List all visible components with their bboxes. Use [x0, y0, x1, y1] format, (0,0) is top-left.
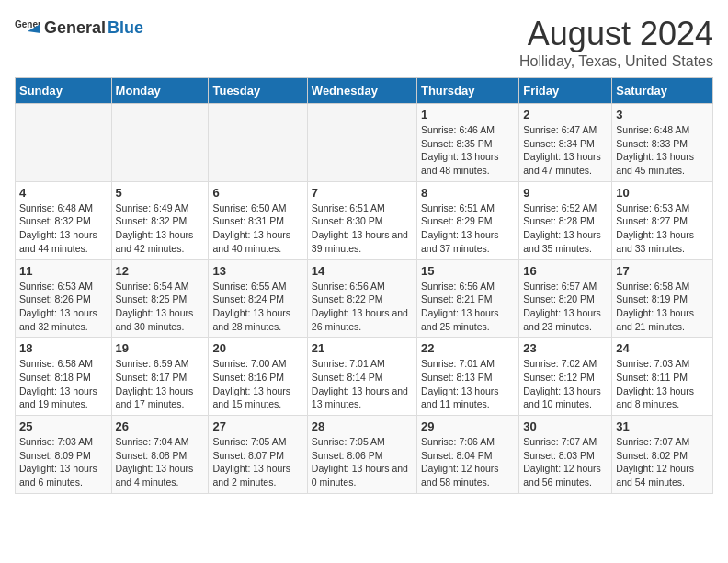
calendar-cell	[307, 104, 416, 182]
day-detail: Sunrise: 6:52 AM Sunset: 8:28 PM Dayligh…	[523, 201, 608, 256]
calendar-cell: 11 Sunrise: 6:53 AM Sunset: 8:26 PM Dayl…	[16, 259, 112, 338]
logo-text-blue: Blue	[108, 18, 143, 38]
calendar-cell: 17 Sunrise: 6:58 AM Sunset: 8:19 PM Dayl…	[612, 259, 713, 338]
day-number: 19	[116, 341, 205, 355]
logo: General General Blue	[15, 15, 143, 40]
day-number: 13	[212, 264, 302, 278]
calendar-cell: 16 Sunrise: 6:57 AM Sunset: 8:20 PM Dayl…	[519, 259, 612, 338]
calendar-cell: 9 Sunrise: 6:52 AM Sunset: 8:28 PM Dayli…	[519, 181, 612, 259]
day-number: 17	[616, 264, 709, 278]
day-detail: Sunrise: 6:53 AM Sunset: 8:26 PM Dayligh…	[19, 280, 108, 334]
calendar-cell: 3 Sunrise: 6:48 AM Sunset: 8:33 PM Dayli…	[612, 104, 713, 182]
col-tuesday: Tuesday	[209, 78, 307, 104]
calendar-cell: 19 Sunrise: 6:59 AM Sunset: 8:17 PM Dayl…	[111, 338, 209, 416]
day-detail: Sunrise: 7:06 AM Sunset: 8:04 PM Dayligh…	[421, 435, 515, 489]
day-detail: Sunrise: 7:03 AM Sunset: 8:09 PM Dayligh…	[19, 435, 108, 489]
calendar-header-row: Sunday Monday Tuesday Wednesday Thursday…	[16, 78, 713, 104]
day-number: 23	[523, 341, 608, 355]
day-number: 2	[523, 108, 608, 121]
calendar-cell: 15 Sunrise: 6:56 AM Sunset: 8:21 PM Dayl…	[416, 259, 518, 338]
calendar-cell	[16, 104, 112, 182]
day-detail: Sunrise: 6:47 AM Sunset: 8:34 PM Dayligh…	[523, 123, 608, 178]
day-number: 8	[421, 186, 515, 200]
day-detail: Sunrise: 7:05 AM Sunset: 8:06 PM Dayligh…	[312, 435, 413, 489]
calendar-cell	[209, 104, 307, 182]
day-number: 27	[212, 419, 302, 433]
day-number: 15	[421, 264, 515, 278]
day-number: 22	[421, 341, 515, 355]
calendar-week-row: 1 Sunrise: 6:46 AM Sunset: 8:35 PM Dayli…	[16, 104, 713, 182]
calendar-cell: 7 Sunrise: 6:51 AM Sunset: 8:30 PM Dayli…	[307, 181, 416, 259]
title-area: August 2024 Holliday, Texas, United Stat…	[519, 15, 713, 70]
day-number: 20	[212, 341, 302, 355]
day-detail: Sunrise: 6:51 AM Sunset: 8:29 PM Dayligh…	[421, 201, 515, 256]
day-number: 12	[116, 264, 205, 278]
calendar-cell: 31 Sunrise: 7:07 AM Sunset: 8:02 PM Dayl…	[612, 416, 713, 494]
calendar-cell	[111, 104, 209, 182]
header: General General Blue August 2024 Hollida…	[15, 15, 713, 70]
calendar-cell: 8 Sunrise: 6:51 AM Sunset: 8:29 PM Dayli…	[416, 181, 518, 259]
calendar-week-row: 18 Sunrise: 6:58 AM Sunset: 8:18 PM Dayl…	[16, 338, 713, 416]
calendar-cell: 6 Sunrise: 6:50 AM Sunset: 8:31 PM Dayli…	[209, 181, 307, 259]
logo-text-general: General	[44, 18, 106, 38]
logo-icon: General	[15, 15, 40, 40]
calendar-week-row: 25 Sunrise: 7:03 AM Sunset: 8:09 PM Dayl…	[16, 416, 713, 494]
day-number: 24	[616, 341, 709, 355]
subtitle: Holliday, Texas, United States	[519, 53, 713, 70]
calendar-week-row: 4 Sunrise: 6:48 AM Sunset: 8:32 PM Dayli…	[16, 181, 713, 259]
calendar-cell: 24 Sunrise: 7:03 AM Sunset: 8:11 PM Dayl…	[612, 338, 713, 416]
calendar-cell: 30 Sunrise: 7:07 AM Sunset: 8:03 PM Dayl…	[519, 416, 612, 494]
calendar-cell: 26 Sunrise: 7:04 AM Sunset: 8:08 PM Dayl…	[111, 416, 209, 494]
day-number: 7	[312, 186, 413, 200]
day-detail: Sunrise: 6:57 AM Sunset: 8:20 PM Dayligh…	[523, 280, 608, 334]
day-detail: Sunrise: 6:50 AM Sunset: 8:31 PM Dayligh…	[212, 201, 302, 256]
day-detail: Sunrise: 7:01 AM Sunset: 8:13 PM Dayligh…	[421, 357, 515, 411]
col-monday: Monday	[111, 78, 209, 104]
day-number: 31	[616, 419, 709, 433]
day-detail: Sunrise: 6:54 AM Sunset: 8:25 PM Dayligh…	[116, 280, 205, 334]
day-detail: Sunrise: 7:02 AM Sunset: 8:12 PM Dayligh…	[523, 357, 608, 411]
day-detail: Sunrise: 7:07 AM Sunset: 8:03 PM Dayligh…	[523, 435, 608, 489]
calendar-cell: 21 Sunrise: 7:01 AM Sunset: 8:14 PM Dayl…	[307, 338, 416, 416]
day-number: 14	[312, 264, 413, 278]
calendar-cell: 10 Sunrise: 6:53 AM Sunset: 8:27 PM Dayl…	[612, 181, 713, 259]
day-detail: Sunrise: 7:05 AM Sunset: 8:07 PM Dayligh…	[212, 435, 302, 489]
calendar-cell: 27 Sunrise: 7:05 AM Sunset: 8:07 PM Dayl…	[209, 416, 307, 494]
day-number: 30	[523, 419, 608, 433]
calendar-cell: 23 Sunrise: 7:02 AM Sunset: 8:12 PM Dayl…	[519, 338, 612, 416]
calendar-table: Sunday Monday Tuesday Wednesday Thursday…	[15, 77, 713, 494]
day-number: 25	[19, 419, 108, 433]
day-number: 1	[421, 108, 515, 121]
day-detail: Sunrise: 6:59 AM Sunset: 8:17 PM Dayligh…	[116, 357, 205, 411]
day-number: 4	[19, 186, 108, 200]
day-detail: Sunrise: 6:53 AM Sunset: 8:27 PM Dayligh…	[616, 201, 709, 256]
calendar-cell: 25 Sunrise: 7:03 AM Sunset: 8:09 PM Dayl…	[16, 416, 112, 494]
calendar-cell: 4 Sunrise: 6:48 AM Sunset: 8:32 PM Dayli…	[16, 181, 112, 259]
calendar-cell: 1 Sunrise: 6:46 AM Sunset: 8:35 PM Dayli…	[416, 104, 518, 182]
calendar-cell: 22 Sunrise: 7:01 AM Sunset: 8:13 PM Dayl…	[416, 338, 518, 416]
day-detail: Sunrise: 6:56 AM Sunset: 8:21 PM Dayligh…	[421, 280, 515, 334]
day-detail: Sunrise: 7:07 AM Sunset: 8:02 PM Dayligh…	[616, 435, 709, 489]
day-number: 29	[421, 419, 515, 433]
calendar-cell: 12 Sunrise: 6:54 AM Sunset: 8:25 PM Dayl…	[111, 259, 209, 338]
day-detail: Sunrise: 7:00 AM Sunset: 8:16 PM Dayligh…	[212, 357, 302, 411]
day-number: 6	[212, 186, 302, 200]
col-wednesday: Wednesday	[307, 78, 416, 104]
col-sunday: Sunday	[16, 78, 112, 104]
day-detail: Sunrise: 6:48 AM Sunset: 8:33 PM Dayligh…	[616, 123, 709, 178]
day-number: 3	[616, 108, 709, 121]
day-detail: Sunrise: 6:51 AM Sunset: 8:30 PM Dayligh…	[312, 201, 413, 256]
day-detail: Sunrise: 6:58 AM Sunset: 8:18 PM Dayligh…	[19, 357, 108, 411]
day-detail: Sunrise: 7:04 AM Sunset: 8:08 PM Dayligh…	[116, 435, 205, 489]
day-number: 5	[116, 186, 205, 200]
calendar-cell: 28 Sunrise: 7:05 AM Sunset: 8:06 PM Dayl…	[307, 416, 416, 494]
calendar-cell: 2 Sunrise: 6:47 AM Sunset: 8:34 PM Dayli…	[519, 104, 612, 182]
day-number: 9	[523, 186, 608, 200]
col-thursday: Thursday	[416, 78, 518, 104]
calendar-week-row: 11 Sunrise: 6:53 AM Sunset: 8:26 PM Dayl…	[16, 259, 713, 338]
main-title: August 2024	[519, 15, 713, 53]
day-detail: Sunrise: 6:48 AM Sunset: 8:32 PM Dayligh…	[19, 201, 108, 256]
calendar-cell: 20 Sunrise: 7:00 AM Sunset: 8:16 PM Dayl…	[209, 338, 307, 416]
day-number: 28	[312, 419, 413, 433]
day-number: 26	[116, 419, 205, 433]
